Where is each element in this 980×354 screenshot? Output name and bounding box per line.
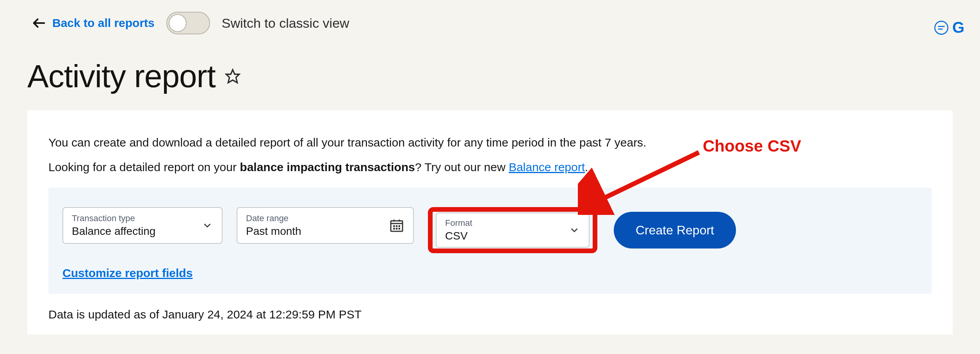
format-value: CSV: [445, 230, 580, 242]
svg-point-11: [399, 226, 400, 227]
favorite-star-icon[interactable]: [225, 68, 241, 84]
classic-view-toggle[interactable]: [166, 12, 210, 34]
format-highlight-box: Format CSV: [428, 207, 597, 253]
svg-point-9: [394, 226, 394, 227]
help-button[interactable]: G: [934, 19, 964, 36]
date-range-value: Past month: [246, 225, 404, 238]
transaction-type-value: Balance affecting: [72, 225, 213, 238]
help-label: G: [952, 19, 964, 36]
svg-point-13: [396, 228, 397, 229]
create-report-button[interactable]: Create Report: [614, 212, 736, 249]
report-card: You can create and download a detailed r…: [27, 110, 953, 334]
chevron-down-icon: [201, 220, 213, 231]
filter-panel: Transaction type Balance affecting Date …: [48, 188, 932, 294]
format-label: Format: [445, 218, 580, 228]
chat-icon: [934, 20, 949, 36]
svg-point-12: [394, 228, 394, 229]
annotation-label: Choose CSV: [703, 137, 801, 156]
format-select[interactable]: Format CSV: [436, 213, 590, 248]
toggle-knob: [169, 14, 187, 32]
balance-report-link[interactable]: Balance report: [509, 161, 585, 173]
data-updated-text: Data is updated as of January 24, 2024 a…: [48, 308, 932, 321]
page-title: Activity report: [27, 58, 216, 95]
back-to-reports-link[interactable]: Back to all reports: [31, 15, 155, 31]
svg-marker-4: [226, 70, 239, 82]
transaction-type-select[interactable]: Transaction type Balance affecting: [62, 207, 223, 244]
calendar-icon: [389, 218, 404, 233]
toggle-label: Switch to classic view: [222, 16, 349, 31]
arrow-left-icon: [31, 15, 47, 31]
svg-point-14: [399, 228, 400, 229]
back-link-label: Back to all reports: [52, 16, 155, 30]
svg-point-1: [935, 21, 948, 34]
transaction-type-label: Transaction type: [72, 213, 213, 223]
intro-line-2: Looking for a detailed report on your ba…: [48, 158, 932, 176]
svg-point-10: [396, 226, 397, 227]
chevron-down-icon: [568, 224, 580, 236]
date-range-label: Date range: [246, 213, 404, 223]
customize-fields-link[interactable]: Customize report fields: [62, 266, 192, 280]
date-range-select[interactable]: Date range Past month: [237, 207, 414, 244]
